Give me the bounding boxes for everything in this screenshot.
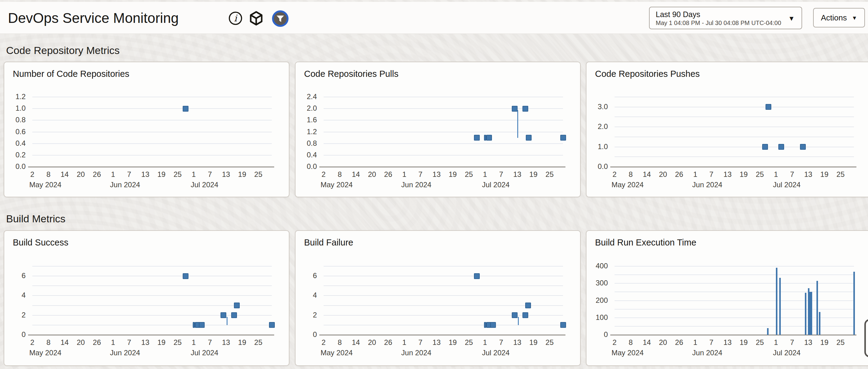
y-grid-line bbox=[32, 108, 272, 109]
x-tick-label: 26 bbox=[88, 170, 106, 179]
y-grid-line bbox=[615, 283, 854, 284]
data-point-marker[interactable] bbox=[512, 106, 518, 112]
y-tick-label: 1.2 bbox=[4, 92, 26, 101]
x-tick-label: 7 bbox=[703, 170, 721, 179]
x-tick-label: 20 bbox=[72, 338, 90, 347]
data-bar[interactable] bbox=[819, 312, 820, 335]
section-title-build-metrics: Build Metrics bbox=[6, 213, 66, 225]
x-tick-label: 2 bbox=[23, 170, 41, 179]
x-tick-label: 2 bbox=[23, 338, 41, 347]
x-tick-label: 19 bbox=[524, 338, 542, 347]
x-tick-label: 13 bbox=[718, 170, 737, 179]
floating-panel-partial[interactable] bbox=[864, 319, 868, 358]
page-title: DevOps Service Monitoring bbox=[8, 10, 179, 26]
info-icon[interactable]: i bbox=[228, 11, 243, 26]
chart-card-build-failure: Build Failure 02462814202617131925171319… bbox=[295, 230, 581, 366]
data-bar[interactable] bbox=[779, 278, 781, 335]
x-tick-label: 1 bbox=[686, 338, 705, 347]
data-point-marker[interactable] bbox=[193, 322, 195, 328]
chart-plot: 0246281420261713192517131925May 2024Jun … bbox=[4, 231, 289, 365]
data-point-marker[interactable] bbox=[183, 273, 188, 279]
x-tick-label: 19 bbox=[152, 338, 170, 347]
y-grid-line bbox=[32, 97, 272, 97]
data-point-marker[interactable] bbox=[560, 135, 566, 141]
x-tick-label: 19 bbox=[233, 170, 251, 179]
actions-button[interactable]: Actions ▼ bbox=[813, 8, 865, 27]
y-tick-label: 1.2 bbox=[296, 127, 317, 136]
data-bar[interactable] bbox=[816, 281, 818, 335]
x-tick-label: 1 bbox=[767, 170, 785, 179]
filter-icon[interactable] bbox=[272, 10, 288, 27]
y-grid-line bbox=[323, 143, 563, 144]
chevron-down-icon: ▼ bbox=[852, 14, 857, 21]
y-grid-line bbox=[615, 266, 854, 267]
x-tick-label: 7 bbox=[703, 338, 721, 347]
x-tick-label: 14 bbox=[638, 338, 656, 347]
data-point-marker[interactable] bbox=[525, 303, 531, 308]
x-tick-label: 25 bbox=[831, 170, 850, 179]
y-grid-line bbox=[323, 266, 563, 267]
x-axis-line bbox=[610, 166, 857, 167]
data-point-marker[interactable] bbox=[474, 135, 480, 141]
data-point-marker[interactable] bbox=[486, 135, 492, 141]
y-tick-label: 4 bbox=[4, 291, 26, 300]
y-grid-line bbox=[615, 156, 854, 157]
data-point-marker[interactable] bbox=[484, 322, 486, 328]
data-point-marker[interactable] bbox=[490, 322, 496, 328]
data-point-marker[interactable] bbox=[234, 303, 240, 308]
y-grid-line bbox=[323, 285, 563, 286]
x-tick-label: 7 bbox=[783, 170, 801, 179]
y-grid-line bbox=[323, 120, 563, 120]
x-tick-label: 25 bbox=[751, 170, 769, 179]
data-point-marker[interactable] bbox=[512, 312, 518, 318]
data-point-marker[interactable] bbox=[183, 106, 188, 112]
data-bar[interactable] bbox=[776, 268, 777, 335]
data-bar[interactable] bbox=[809, 292, 812, 335]
data-bar[interactable] bbox=[805, 293, 806, 335]
chart-plot: 0.00.20.40.60.81.01.22814202617131925171… bbox=[4, 62, 289, 197]
data-point-marker[interactable] bbox=[231, 312, 237, 318]
x-tick-label: 7 bbox=[411, 338, 430, 347]
data-point-marker[interactable] bbox=[199, 322, 205, 328]
x-tick-label: 13 bbox=[718, 338, 737, 347]
x-tick-label: 25 bbox=[460, 170, 478, 179]
x-tick-label: 13 bbox=[427, 170, 445, 179]
data-bar[interactable] bbox=[854, 272, 855, 335]
y-tick-label: 1.6 bbox=[296, 116, 317, 124]
cube-icon[interactable] bbox=[249, 11, 264, 26]
x-tick-label: 1 bbox=[104, 338, 122, 347]
data-point-marker[interactable] bbox=[522, 106, 528, 112]
data-point-marker[interactable] bbox=[800, 144, 806, 150]
x-tick-label: 19 bbox=[233, 338, 251, 347]
data-bar[interactable] bbox=[767, 328, 769, 335]
time-range-dropdown[interactable]: Last 90 Days May 1 04:08 PM - Jul 30 04:… bbox=[649, 7, 802, 29]
data-point-marker[interactable] bbox=[484, 135, 486, 141]
data-point-marker[interactable] bbox=[220, 312, 226, 318]
actions-button-label: Actions bbox=[821, 13, 847, 23]
chart-card-build-run-execution-time: Build Run Execution Time 010020030040028… bbox=[586, 230, 868, 366]
y-tick-label: 0 bbox=[587, 330, 608, 339]
x-tick-label: 20 bbox=[654, 338, 672, 347]
x-tick-label: 19 bbox=[443, 338, 462, 347]
chart-card-number-of-code-repositories: Number of Code Repositories 0.00.20.40.6… bbox=[4, 62, 289, 197]
data-point-marker[interactable] bbox=[778, 144, 784, 150]
data-point-marker[interactable] bbox=[766, 104, 771, 110]
y-grid-line bbox=[615, 117, 854, 117]
data-point-marker[interactable] bbox=[522, 312, 528, 318]
x-tick-label: 1 bbox=[104, 170, 122, 179]
y-tick-label: 0 bbox=[4, 330, 26, 339]
data-point-marker[interactable] bbox=[474, 273, 480, 279]
data-point-marker[interactable] bbox=[269, 322, 275, 328]
month-label: Jul 2024 bbox=[191, 181, 218, 189]
y-tick-label: 0.0 bbox=[4, 162, 26, 171]
x-tick-label: 1 bbox=[476, 338, 494, 347]
data-point-marker[interactable] bbox=[560, 322, 566, 328]
y-grid-line bbox=[323, 97, 563, 97]
month-label: Jul 2024 bbox=[191, 348, 218, 357]
connector-line bbox=[517, 110, 518, 138]
data-point-marker[interactable] bbox=[526, 135, 532, 141]
x-axis-line bbox=[28, 166, 274, 167]
y-tick-label: 0 bbox=[296, 330, 317, 339]
y-grid-line bbox=[32, 120, 272, 120]
data-point-marker[interactable] bbox=[762, 144, 768, 150]
